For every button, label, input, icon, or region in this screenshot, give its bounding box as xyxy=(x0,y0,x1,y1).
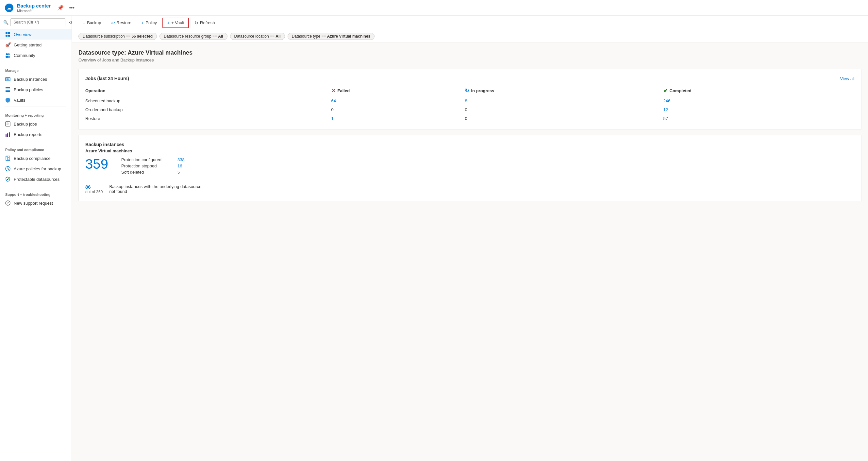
filter-location[interactable]: Datasource location == All xyxy=(230,33,285,40)
sidebar-item-backup-jobs-label: Backup jobs xyxy=(14,122,37,126)
restore-failed-value[interactable]: 1 xyxy=(331,116,334,121)
sidebar-item-protectable-datasources-label: Protectable datasources xyxy=(14,177,60,182)
content-area: + Backup ↩ Restore + Policy + + Vault ↻ … xyxy=(72,16,868,461)
row-ondemand-backup-operation: On-demand backup xyxy=(85,105,331,114)
sidebar-item-community[interactable]: Community xyxy=(0,50,71,60)
sidebar-item-backup-policies[interactable]: Backup policies xyxy=(0,84,71,95)
sidebar-item-vaults[interactable]: Vaults xyxy=(0,95,71,105)
backup-reports-icon xyxy=(5,132,10,137)
sidebar-item-backup-instances[interactable]: Backup instances xyxy=(0,74,71,84)
svg-rect-4 xyxy=(5,35,7,37)
restore-completed-value[interactable]: 57 xyxy=(663,116,668,121)
scheduled-failed-value[interactable]: 64 xyxy=(331,98,336,103)
policy-section-label: Policy and compliance xyxy=(0,143,71,153)
monitoring-section-label: Monitoring + reporting xyxy=(0,108,71,119)
stat-value-protection-configured[interactable]: 338 xyxy=(178,157,185,162)
row-scheduled-backup-operation: Scheduled backup xyxy=(85,96,331,105)
sidebar-navigation: Overview 🚀 Getting started Community Man… xyxy=(0,29,71,461)
refresh-button[interactable]: ↻ Refresh xyxy=(190,18,219,28)
restore-button[interactable]: ↩ Restore xyxy=(107,18,136,28)
svg-rect-17 xyxy=(5,134,6,137)
sidebar-item-new-support-request[interactable]: ? New support request xyxy=(0,198,71,208)
col-operation: Operation xyxy=(85,86,331,96)
backup-button[interactable]: + Backup xyxy=(79,18,105,28)
row-restore-operation: Restore xyxy=(85,114,331,123)
overview-icon xyxy=(5,32,10,37)
view-all-jobs-link[interactable]: View all xyxy=(840,76,855,81)
sidebar-item-getting-started-label: Getting started xyxy=(14,42,41,48)
vaults-icon xyxy=(5,97,10,103)
backup-instances-card-title: Backup instances xyxy=(85,142,855,147)
new-support-icon: ? xyxy=(5,201,10,206)
sidebar-item-overview-label: Overview xyxy=(14,32,31,37)
vault-plus-icon: + xyxy=(167,20,169,26)
vault-button[interactable]: + + Vault xyxy=(162,18,189,28)
content-scroll: Datasource type: Azure Virtual machines … xyxy=(72,43,868,461)
scheduled-inprogress-value[interactable]: 8 xyxy=(465,98,467,103)
filter-location-label: Datasource location == All xyxy=(234,34,281,38)
svg-rect-19 xyxy=(9,132,10,137)
sidebar-item-azure-policies[interactable]: Azure policies for backup xyxy=(0,163,71,174)
sidebar-item-overview[interactable]: Overview xyxy=(0,29,71,39)
svg-rect-5 xyxy=(8,35,10,37)
filter-subscription[interactable]: Datasource subscription == 66 selected xyxy=(79,33,157,40)
svg-rect-2 xyxy=(5,32,7,34)
svg-rect-18 xyxy=(7,133,8,137)
table-row: Scheduled backup 64 8 246 xyxy=(85,96,855,105)
manage-divider xyxy=(5,62,66,62)
stat-label-soft-deleted: Soft deleted xyxy=(121,170,174,175)
app-icon: ☁ xyxy=(4,3,14,13)
filter-datasource-type[interactable]: Datasource type == Azure Virtual machine… xyxy=(287,33,375,40)
filter-bar: Datasource subscription == 66 selected D… xyxy=(72,30,868,43)
support-section-label: Support + troubleshooting xyxy=(0,187,71,198)
ondemand-failed-value: 0 xyxy=(331,105,465,114)
sidebar-item-azure-policies-label: Azure policies for backup xyxy=(14,166,61,171)
svg-text:?: ? xyxy=(7,202,9,205)
manage-section-label: Manage xyxy=(0,63,71,74)
page-title: Datasource type: Azure Virtual machines xyxy=(79,50,862,56)
more-options-icon[interactable]: ••• xyxy=(68,4,76,12)
backup-instances-body: 359 Protection configured 338 Protection… xyxy=(85,157,855,175)
monitoring-divider xyxy=(5,106,66,107)
col-completed: ✔ Completed xyxy=(663,86,855,96)
table-row: On-demand backup 0 0 12 xyxy=(85,105,855,114)
sidebar-item-getting-started[interactable]: 🚀 Getting started xyxy=(0,39,71,50)
community-icon xyxy=(5,53,10,58)
policy-button[interactable]: + Policy xyxy=(137,18,161,28)
pin-icon[interactable]: 📌 xyxy=(56,3,65,12)
jobs-table: Operation ✕ Failed ↻ In progress xyxy=(85,86,855,123)
svg-rect-13 xyxy=(5,89,10,89)
top-bar: ☁ Backup center Microsoft 📌 ••• xyxy=(0,0,868,16)
svg-point-7 xyxy=(8,53,10,55)
page-subtitle: Overview of Jobs and Backup instances xyxy=(79,58,862,62)
sidebar: 🔍 ≪ Overview 🚀 Getting started xyxy=(0,16,72,461)
datasource-not-found-number[interactable]: 86 xyxy=(85,184,103,190)
restore-button-label: Restore xyxy=(117,20,132,25)
refresh-icon: ↻ xyxy=(194,20,198,26)
getting-started-icon: 🚀 xyxy=(5,42,10,48)
sidebar-item-backup-compliance[interactable]: Backup compliance xyxy=(0,153,71,163)
vault-button-label: + Vault xyxy=(171,20,184,25)
search-input[interactable] xyxy=(10,18,65,26)
backup-instances-icon xyxy=(5,76,10,82)
ondemand-inprogress-value: 0 xyxy=(465,105,663,114)
sidebar-item-community-label: Community xyxy=(14,53,35,58)
sidebar-item-backup-reports[interactable]: Backup reports xyxy=(0,129,71,140)
stat-row-protection-configured: Protection configured 338 xyxy=(121,157,185,162)
sidebar-item-backup-reports-label: Backup reports xyxy=(14,132,42,137)
stat-value-soft-deleted[interactable]: 5 xyxy=(178,170,180,175)
sidebar-item-backup-jobs[interactable]: Backup jobs xyxy=(0,119,71,129)
stat-value-protection-stopped[interactable]: 16 xyxy=(178,163,182,168)
sidebar-item-protectable-datasources[interactable]: Protectable datasources xyxy=(0,174,71,184)
collapse-sidebar-button[interactable]: ≪ xyxy=(67,19,72,26)
filter-resource-group[interactable]: Datasource resource group == All xyxy=(159,33,227,40)
svg-rect-3 xyxy=(8,32,10,34)
jobs-card: Jobs (last 24 Hours) View all Operation … xyxy=(79,69,862,130)
scheduled-completed-value[interactable]: 246 xyxy=(663,98,671,103)
ondemand-completed-value[interactable]: 12 xyxy=(663,107,668,112)
svg-rect-14 xyxy=(5,90,10,91)
svg-point-9 xyxy=(7,56,10,58)
policy-plus-icon: + xyxy=(141,20,144,26)
failed-status-icon: ✕ xyxy=(331,88,336,94)
svg-rect-21 xyxy=(6,156,8,157)
